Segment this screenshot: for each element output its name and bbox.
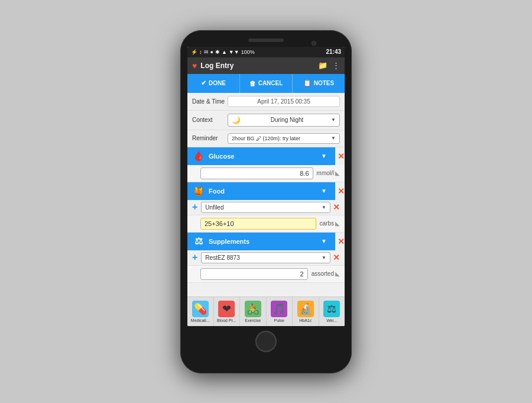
glucose-section-row: 🩸 Glucose ▼ ✕: [187, 147, 345, 165]
cancel-button[interactable]: 🗑 CANCEL: [240, 74, 293, 93]
supplement-amount-row: assorted ◣: [187, 266, 345, 283]
status-time: 21:43: [326, 49, 341, 55]
phone-screen: ⚡ ↕ ✉ ● ✱ ▲ ▼▼ 100% 21:43 ♥ Log Entry 📁 …: [187, 47, 345, 326]
title-bar-text: Log Entry: [200, 62, 318, 70]
supplements-section-row: ⚖ Supplements ▼ ✕: [187, 233, 345, 250]
tab-exercise[interactable]: 🚴 Exercise: [240, 297, 267, 326]
context-value: During Night: [271, 117, 304, 123]
reminder-arrow-icon: ▼: [331, 136, 336, 141]
title-bar: ♥ Log Entry 📁 ⋮: [187, 57, 345, 74]
tab-blood-pressure-label: Blood Pr...: [217, 318, 236, 323]
alert-icon: ●: [210, 49, 213, 55]
food-remove-button[interactable]: ✕: [338, 186, 345, 196]
glucose-resize-icon: ◣: [335, 170, 340, 176]
heart-icon: ♥: [192, 61, 197, 70]
bt-icon: ✱: [215, 49, 220, 55]
tab-hba1c-label: HbA1c: [299, 318, 312, 323]
mail-icon: ✉: [204, 49, 209, 55]
food-type-dropdown[interactable]: Unfiled ▼: [201, 202, 330, 213]
add-supplement-button[interactable]: +: [192, 252, 197, 263]
reminder-label: Reminder: [192, 135, 228, 141]
glucose-icon: 🩸: [192, 150, 205, 163]
supplement-resize-icon: ◣: [335, 270, 340, 277]
glucose-remove-button[interactable]: ✕: [338, 151, 345, 161]
done-button[interactable]: ✔ DONE: [187, 74, 240, 93]
supplement-unit: assorted: [312, 270, 334, 277]
notes-icon: 📋: [303, 79, 312, 87]
food-type-arrow-icon: ▼: [322, 205, 326, 210]
supplement-type-dropdown[interactable]: RestEZ 8873 ▼: [201, 252, 330, 263]
medication-icon: 💊: [192, 301, 209, 317]
supplement-type-value: RestEZ 8873: [205, 254, 239, 261]
date-value[interactable]: April 17, 2015 00:35: [228, 96, 340, 107]
reminder-dropdown[interactable]: 2hour BG 🖊 (120m): try later ▼: [228, 133, 340, 144]
tab-medication-label: Medicati...: [191, 318, 210, 323]
usb-icon: ⚡: [191, 49, 197, 55]
glucose-arrow-icon: ▼: [321, 153, 327, 159]
signal-icon: ▼▼: [229, 49, 239, 55]
supplements-arrow-icon: ▼: [321, 238, 327, 244]
food-type-value: Unfiled: [205, 204, 223, 211]
wifi-icon: ▲: [222, 49, 227, 55]
food-header: 🍯 Food ▼: [187, 182, 335, 200]
context-row: Context 🌙 During Night ▼: [187, 111, 345, 130]
bottom-tab-bar: 💊 Medicati... ❤ Blood Pr... 🚴 Exercise 🎵…: [187, 296, 345, 326]
supplement-item-row: + RestEZ 8873 ▼ ✕: [187, 250, 345, 266]
phone-camera: [312, 41, 316, 46]
hba1c-icon: 🔬: [297, 301, 314, 317]
weight-icon: ⚖: [323, 301, 340, 317]
phone-device: ⚡ ↕ ✉ ● ✱ ▲ ▼▼ 100% 21:43 ♥ Log Entry 📁 …: [180, 30, 352, 373]
tab-blood-pressure[interactable]: ❤ Blood Pr...: [214, 297, 241, 326]
battery-text: 100%: [241, 49, 255, 55]
status-left-icons: ⚡ ↕ ✉ ● ✱ ▲ ▼▼ 100%: [191, 49, 255, 55]
tab-weight-label: Wei...: [326, 318, 337, 323]
tab-pulse-label: Pulse: [274, 318, 284, 323]
cancel-label: CANCEL: [258, 80, 283, 86]
reminder-row: Reminder 2hour BG 🖊 (120m): try later ▼: [187, 130, 345, 147]
tab-medication[interactable]: 💊 Medicati...: [187, 297, 214, 326]
glucose-unit: mmol/l: [317, 170, 334, 176]
status-bar: ⚡ ↕ ✉ ● ✱ ▲ ▼▼ 100% 21:43: [187, 47, 345, 57]
supplements-remove-button[interactable]: ✕: [338, 237, 345, 246]
supplement-amount-input[interactable]: [200, 268, 308, 280]
action-bar: ✔ DONE 🗑 CANCEL 📋 NOTES: [187, 74, 345, 93]
supplement-arrow-icon: ▼: [322, 255, 326, 260]
tab-weight[interactable]: ⚖ Wei...: [319, 297, 345, 326]
done-label: DONE: [209, 80, 226, 86]
check-icon: ✔: [201, 79, 206, 87]
reminder-value: 2hour BG 🖊 (120m): try later: [232, 136, 300, 141]
date-time-row: Date & Time April 17, 2015 00:35: [187, 93, 345, 111]
glucose-title: Glucose: [209, 153, 321, 160]
folder-icon[interactable]: 📁: [318, 61, 327, 70]
food-arrow-icon: ▼: [321, 188, 327, 194]
context-label: Context: [192, 117, 228, 123]
glucose-header: 🩸 Glucose ▼: [187, 147, 335, 165]
food-title: Food: [209, 188, 321, 195]
phone-speaker: [248, 38, 284, 42]
supplements-header: ⚖ Supplements ▼: [187, 233, 335, 250]
home-button[interactable]: [255, 331, 277, 352]
form-content: Date & Time April 17, 2015 00:35 Context…: [187, 93, 345, 296]
sync-icon: ↕: [199, 49, 202, 55]
food-item-remove-button[interactable]: ✕: [333, 202, 340, 212]
tab-hba1c[interactable]: 🔬 HbA1c: [293, 297, 319, 326]
food-carbs-row: carbs ◣: [187, 215, 345, 233]
cancel-icon: 🗑: [249, 80, 256, 87]
context-moon-icon: 🌙: [232, 116, 241, 124]
blood-pressure-icon: ❤: [218, 301, 235, 317]
add-food-button[interactable]: +: [192, 202, 197, 212]
context-dropdown[interactable]: 🌙 During Night ▼: [228, 114, 340, 127]
menu-icon[interactable]: ⋮: [332, 61, 340, 70]
supplements-title: Supplements: [209, 238, 321, 245]
food-carbs-input[interactable]: [200, 218, 316, 230]
glucose-input[interactable]: [200, 167, 313, 179]
tab-exercise-label: Exercise: [245, 318, 261, 323]
glucose-value-row: mmol/l ◣: [187, 165, 345, 182]
supplement-item-remove-button[interactable]: ✕: [333, 253, 340, 262]
notes-button[interactable]: 📋 NOTES: [293, 74, 345, 93]
title-bar-actions: 📁 ⋮: [318, 61, 340, 70]
notes-label: NOTES: [314, 80, 334, 86]
tab-pulse[interactable]: 🎵 Pulse: [267, 297, 293, 326]
food-icon: 🍯: [192, 185, 205, 198]
food-subfood-row: + Unfiled ▼ ✕: [187, 200, 345, 215]
